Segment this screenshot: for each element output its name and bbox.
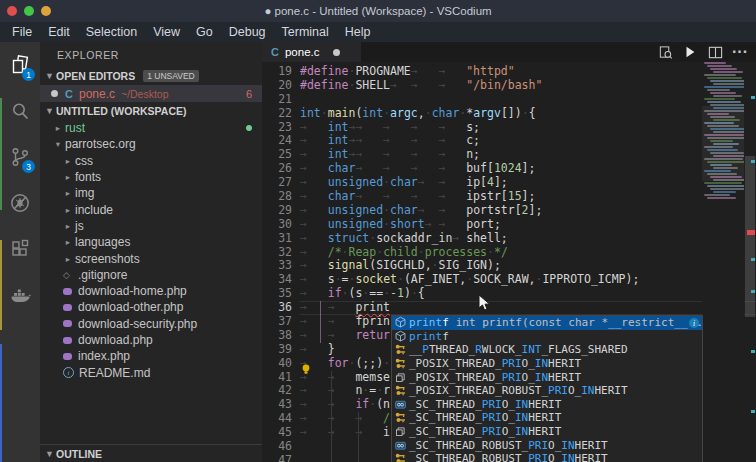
explorer-activity-button[interactable]: 1	[0, 42, 40, 88]
chevron-right-icon: ▸	[63, 221, 73, 231]
chevron-right-icon: ▸	[63, 172, 73, 182]
tab-label: pone.c	[285, 46, 320, 58]
suggestion-item-0[interactable]: printfint printf(const char *__restrict_…	[392, 316, 702, 330]
outline-header[interactable]: ▼ OUTLINE	[40, 444, 267, 462]
code-line-23: → int→→ → → → s;	[300, 121, 756, 135]
tree-folder-parrotsec.org[interactable]: ▾parrotsec.org	[40, 136, 262, 152]
suggestion-label: _POSIX_THREAD_PRIO_INHERIT	[409, 371, 581, 384]
menu-item-terminal[interactable]: Terminal	[274, 25, 337, 39]
tree-file-download-security.php[interactable]: download-security.php	[40, 316, 262, 332]
lightbulb-icon[interactable]	[301, 364, 311, 379]
tree-item-label: download-security.php	[78, 317, 197, 331]
tree-file-index.php[interactable]: index.php	[40, 348, 262, 364]
tree-item-label: languages	[75, 235, 130, 249]
search-activity-button[interactable]	[0, 88, 40, 134]
suggestion-item-2[interactable]: __PTHREAD_RWLOCK_INT_FLAGS_SHARED	[392, 343, 702, 357]
chevron-down-icon: ▼	[45, 449, 56, 459]
line-number: 33	[262, 259, 292, 273]
run-icon[interactable]	[682, 44, 698, 60]
mouse-cursor	[478, 294, 492, 316]
split-editor-icon[interactable]	[707, 44, 723, 60]
function-suggestion-icon	[392, 330, 409, 343]
line-number: 21	[262, 93, 292, 107]
tree-file-.gitignore[interactable]: ◇.gitignore	[40, 267, 262, 283]
open-editor-filename: pone.c	[79, 87, 115, 101]
tree-file-download-home.php[interactable]: download-home.php	[40, 283, 262, 299]
desktop-wallpaper-edge	[0, 42, 2, 462]
code-line-28: → char→ → → → ipstr[15];	[300, 190, 756, 204]
workspace-header[interactable]: ▼ UNTITLED (WORKSPACE)	[40, 102, 262, 120]
chevron-right-icon: ▸	[63, 205, 73, 215]
menu-item-debug[interactable]: Debug	[221, 25, 274, 39]
tree-folder-css[interactable]: ▸css	[40, 153, 262, 169]
tree-item-label: rust	[65, 121, 85, 135]
suggestion-info-icon[interactable]: i	[689, 318, 699, 328]
menu-item-go[interactable]: Go	[188, 25, 221, 39]
editor-scrollbar[interactable]	[744, 62, 756, 462]
line-number: 27	[262, 176, 292, 190]
menu-item-edit[interactable]: Edit	[40, 25, 78, 39]
tree-folder-js[interactable]: ▸js	[40, 218, 262, 234]
gitignore-icon: ◇	[63, 270, 72, 280]
menu-item-view[interactable]: View	[145, 25, 188, 39]
php-icon	[63, 353, 72, 360]
tree-folder-img[interactable]: ▸img	[40, 185, 262, 201]
enum-suggestion-icon	[392, 439, 409, 452]
tree-item-label: img	[75, 186, 94, 200]
line-number: 19	[262, 65, 292, 79]
suggestion-item-6[interactable]: _SC_THREAD_PRIO_INHERIT	[392, 398, 702, 412]
suggestion-item-3[interactable]: _POSIX_THREAD_PRIO_INHERIT	[392, 357, 702, 371]
suggestion-item-9[interactable]: _SC_THREAD_ROBUST_PRIO_INHERIT	[392, 438, 702, 452]
more-actions-icon[interactable]: ···	[732, 44, 748, 60]
suggestion-label: printf	[409, 316, 449, 329]
tree-file-download-other.php[interactable]: download-other.php	[40, 299, 262, 315]
suggestion-item-1[interactable]: printf	[392, 330, 702, 344]
tree-file-README.md[interactable]: iREADME.md	[40, 364, 262, 380]
line-number: 34	[262, 273, 292, 287]
tab-pone-c[interactable]: C pone.c	[262, 42, 361, 62]
open-editor-item-pone-c[interactable]: C pone.c ~/Desktop 6	[40, 85, 262, 102]
extensions-activity-button[interactable]	[0, 226, 40, 272]
suggestion-item-7[interactable]: _SC_THREAD_PRIO_INHERIT	[392, 411, 702, 425]
docker-activity-button[interactable]	[0, 272, 40, 318]
minimap-line	[707, 89, 730, 91]
code-line-20: #define·SHELL→ → → "/bin/bash"	[300, 79, 756, 93]
modified-dot-icon	[333, 49, 340, 56]
open-preview-icon[interactable]	[657, 44, 673, 60]
tree-folder-screenshots[interactable]: ▸screenshots	[40, 250, 262, 266]
suggestion-item-8[interactable]: _SC_THREAD_PRIO_INHERIT	[392, 425, 702, 439]
menu-item-file[interactable]: File	[4, 25, 40, 39]
menu-item-selection[interactable]: Selection	[78, 25, 145, 39]
chevron-down-icon: ▼	[45, 106, 56, 116]
tree-folder-languages[interactable]: ▸languages	[40, 234, 262, 250]
indent-guide	[331, 440, 332, 454]
line-number: 39	[262, 343, 292, 357]
tree-folder-fonts[interactable]: ▸fonts	[40, 169, 262, 185]
sidebar-title: EXPLORER	[40, 42, 262, 67]
debug-activity-button[interactable]	[0, 180, 40, 226]
line-number: 28	[262, 190, 292, 204]
menu-item-help[interactable]: Help	[337, 25, 379, 39]
code-line-22: int·main(int·argc,·char·*argv[])·{	[300, 107, 756, 121]
suggestion-label: printf	[409, 330, 449, 343]
minimap-line	[704, 98, 735, 100]
code-line-34: → s·=·socket·(AF_INET,·SOCK_RAW,·IPPROTO…	[300, 273, 756, 287]
tree-file-download.php[interactable]: download.php	[40, 332, 262, 348]
minimap[interactable]	[702, 62, 744, 462]
code-line-19: #define·PROGNAME→ → "httpd"	[300, 65, 756, 79]
suggestion-item-4[interactable]: _POSIX_THREAD_PRIO_INHERIT	[392, 370, 702, 384]
c-file-icon: C	[271, 46, 279, 58]
source-control-activity-button[interactable]: 3	[0, 134, 40, 180]
open-editors-header[interactable]: ▼ OPEN EDITORS 1 UNSAVED	[40, 67, 262, 85]
macro-suggestion-icon	[392, 384, 409, 397]
tree-folder-include[interactable]: ▸include	[40, 201, 262, 217]
suggestion-label: _SC_THREAD_ROBUST_PRIO_INHERIT	[409, 439, 608, 452]
chevron-right-icon: ▸	[63, 188, 73, 198]
minimap-line	[707, 65, 732, 67]
suggestion-item-5[interactable]: _POSIX_THREAD_ROBUST_PRIO_INHERIT	[392, 384, 702, 398]
line-number: 40	[262, 357, 292, 371]
suggestion-item-10[interactable]: _SC_THREAD_ROBUST_PRIO_INHERIT	[392, 452, 702, 462]
tree-item-label: parrotsec.org	[65, 137, 136, 151]
line-number: 42	[262, 384, 292, 398]
tree-folder-rust[interactable]: ▸rust	[40, 120, 262, 136]
